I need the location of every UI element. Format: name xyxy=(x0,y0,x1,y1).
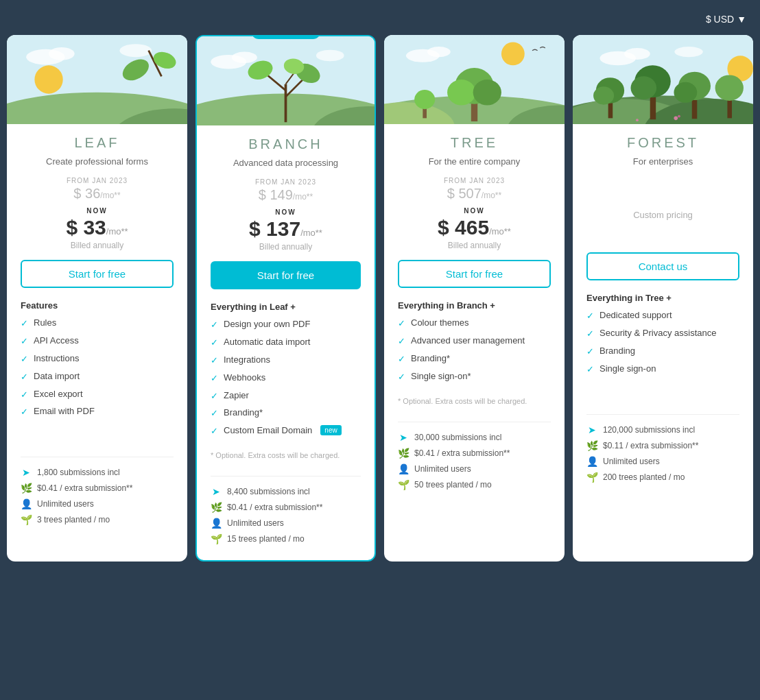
plan-card-leaf: LEAF Create professional forms FROM JAN … xyxy=(7,35,187,562)
stat-icon-send: ➤ xyxy=(586,424,597,435)
cta-button-leaf[interactable]: Start for free xyxy=(21,260,174,288)
chevron-down-icon: ▼ xyxy=(737,14,746,25)
svg-point-60 xyxy=(715,75,744,101)
feature-text: Email with PDF xyxy=(34,406,95,418)
check-icon: ✓ xyxy=(211,391,218,402)
price-old-leaf: $ 36/mo** xyxy=(21,186,174,202)
plan-name-branch: BRANCH xyxy=(211,136,361,152)
plan-tagline-branch: Advanced data processing xyxy=(211,158,361,170)
divider-tree xyxy=(398,422,551,422)
features-header-leaf: Features xyxy=(21,300,174,311)
feature-text: Integrations xyxy=(224,354,270,366)
feature-text: Excel export xyxy=(34,389,83,400)
feature-item: ✓ Colour themes xyxy=(398,317,551,330)
stat-item: 👤 Unlimited users xyxy=(211,518,361,529)
plan-body-forest: FOREST For enterprises Custom pricing Co… xyxy=(573,124,753,562)
stat-text: 200 trees planted / mo xyxy=(603,472,685,482)
stat-icon-send: ➤ xyxy=(398,432,409,443)
stat-text: $0.11 / extra submission** xyxy=(603,441,698,450)
feature-text: Branding* xyxy=(411,353,450,365)
stat-icon-money: 🌿 xyxy=(586,440,597,451)
plan-tagline-leaf: Create professional forms xyxy=(21,156,174,169)
plan-stats-leaf: ➤ 1,800 submissions incl 🌿 $0.41 / extra… xyxy=(21,467,174,530)
svg-point-52 xyxy=(631,76,657,99)
feature-item: ✓ Security & Privacy assistance xyxy=(586,328,739,340)
stat-item: ➤ 8,400 submissions incl xyxy=(211,486,361,497)
check-icon: ✓ xyxy=(21,318,28,330)
stat-item: 🌱 15 trees planted / mo xyxy=(211,533,361,544)
plan-name-tree: TREE xyxy=(398,135,551,151)
feature-list-branch: ✓ Design your own PDF ✓ Automatic data i… xyxy=(211,319,361,443)
svg-point-38 xyxy=(414,90,435,109)
now-label-tree: NOW xyxy=(398,207,551,215)
price-now-tree: $ 465/mo** xyxy=(398,216,551,239)
feature-item: ✓ Webhooks xyxy=(211,372,361,385)
now-label-leaf: NOW xyxy=(21,207,174,215)
stat-item: 🌿 $0.41 / extra submission** xyxy=(21,483,174,494)
svg-point-29 xyxy=(501,43,525,66)
svg-point-55 xyxy=(674,82,697,103)
feature-item: ✓ Excel export xyxy=(21,389,174,401)
top-bar: $ USD ▼ xyxy=(7,14,753,35)
check-icon: ✓ xyxy=(21,389,28,401)
currency-selector[interactable]: $ USD ▼ xyxy=(706,14,746,25)
check-icon: ✓ xyxy=(211,373,218,385)
feature-text: Instructions xyxy=(34,353,79,365)
stat-text: 8,400 submissions incl xyxy=(227,487,310,496)
divider-leaf xyxy=(21,457,174,457)
plan-tagline-forest: For enterprises xyxy=(586,156,739,169)
check-icon: ✓ xyxy=(211,426,218,437)
stat-item: 🌱 50 trees planted / mo xyxy=(398,479,551,490)
feature-item: ✓ Branding xyxy=(586,346,739,358)
divider-forest xyxy=(586,414,739,415)
stat-icon-money: 🌿 xyxy=(21,483,32,494)
stat-icon-user: 👤 xyxy=(211,518,222,529)
check-icon: ✓ xyxy=(398,318,405,330)
stat-icon-leaf: 🌱 xyxy=(211,533,222,544)
divider-branch xyxy=(211,476,361,476)
feature-item: ✓ Rules xyxy=(21,317,174,330)
plan-card-forest: FOREST For enterprises Custom pricing Co… xyxy=(573,35,753,562)
check-icon: ✓ xyxy=(21,372,28,383)
plan-tagline-tree: For the entire company xyxy=(398,156,551,169)
plan-stats-tree: ➤ 30,000 submissions incl 🌿 $0.41 / extr… xyxy=(398,432,551,495)
stat-text: $0.41 / extra submission** xyxy=(414,448,510,458)
svg-point-58 xyxy=(636,119,639,121)
svg-point-36 xyxy=(473,80,501,106)
svg-point-28 xyxy=(427,47,451,57)
feature-text: Branding* xyxy=(224,407,263,419)
stat-icon-send: ➤ xyxy=(21,467,32,478)
feature-item: ✓ Email with PDF xyxy=(21,406,174,418)
plan-card-tree: TREE For the entire company FROM JAN 202… xyxy=(384,35,565,562)
features-header-forest: Everything in Tree + xyxy=(586,293,739,303)
cta-button-forest[interactable]: Contact us xyxy=(586,252,739,280)
price-billed-tree: Billed annually xyxy=(398,241,551,250)
cta-button-branch[interactable]: Start for free xyxy=(211,261,361,289)
stat-icon-leaf: 🌱 xyxy=(21,514,32,525)
check-icon: ✓ xyxy=(398,354,405,365)
stat-icon-leaf: 🌱 xyxy=(398,479,409,490)
feature-text: Webhooks xyxy=(224,372,265,384)
price-old-branch: $ 149/mo** xyxy=(211,187,361,203)
stat-text: $0.41 / extra submission** xyxy=(227,503,322,512)
feature-item: ✓ Dedicated support xyxy=(586,310,739,322)
feature-text: Advanced user management xyxy=(411,335,525,347)
feature-item: ✓ Advanced user management xyxy=(398,335,551,348)
stat-item: 👤 Unlimited users xyxy=(398,463,551,474)
plan-illustration-forest xyxy=(573,35,753,124)
cta-button-tree[interactable]: Start for free xyxy=(398,260,551,288)
svg-point-12 xyxy=(232,51,257,63)
optional-note-leaf xyxy=(21,432,174,443)
feature-item: ✓ Custom Email Domainnew xyxy=(211,425,361,437)
feature-item: ✓ Design your own PDF xyxy=(211,319,361,331)
stat-item: 👤 Unlimited users xyxy=(21,498,174,509)
feature-list-tree: ✓ Colour themes ✓ Advanced user manageme… xyxy=(398,317,551,389)
check-icon: ✓ xyxy=(586,311,594,322)
feature-item: ✓ API Access xyxy=(21,335,174,348)
feature-item: ✓ Instructions xyxy=(21,353,174,365)
optional-note-forest xyxy=(586,389,739,400)
plan-stats-branch: ➤ 8,400 submissions incl 🌿 $0.41 / extra… xyxy=(211,486,361,549)
svg-point-49 xyxy=(593,86,614,104)
feature-text: Branding xyxy=(599,346,635,357)
svg-point-42 xyxy=(674,47,702,57)
